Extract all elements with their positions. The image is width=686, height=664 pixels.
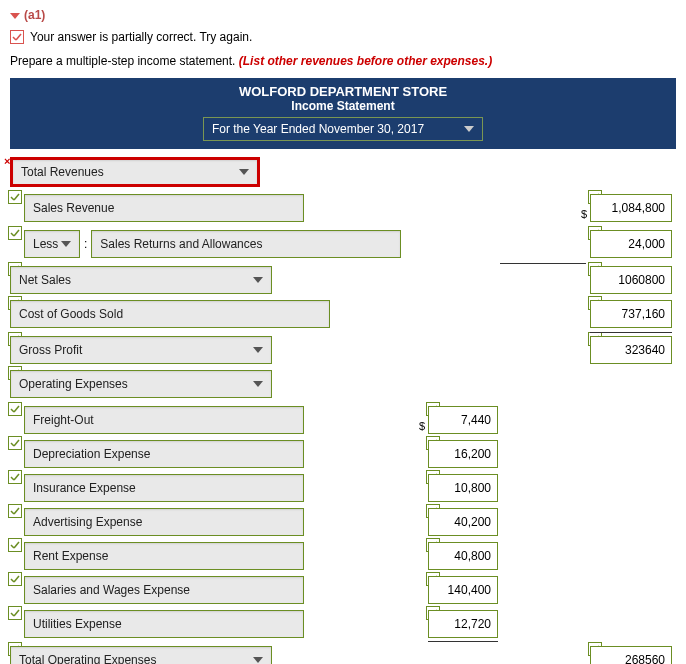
less-select[interactable]: Less [24,230,80,258]
gross-profit-label: Gross Profit [19,343,82,357]
statement-header: WOLFORD DEPARTMENT STORE Income Statemen… [10,78,676,149]
sales-returns-input[interactable]: Sales Returns and Allowances [91,230,401,258]
operating-expenses-select[interactable]: Operating Expenses [10,370,272,398]
check-icon [8,470,22,484]
gross-profit-value[interactable]: 323640 [590,336,672,364]
freight-out-value[interactable]: 7,440 [428,406,498,434]
total-revenues-select[interactable]: Total Revenues [10,157,260,187]
gross-profit-select[interactable]: Gross Profit [10,336,272,364]
insurance-value[interactable]: 10,800 [428,474,498,502]
sales-returns-label: Sales Returns and Allowances [100,237,262,251]
cogs-input[interactable]: Cost of Goods Sold [10,300,330,328]
check-icon [8,226,22,240]
colon: : [80,237,91,251]
svg-line-3 [14,194,19,200]
svg-line-49 [14,610,19,616]
svg-line-29 [14,440,19,446]
sales-revenue-label: Sales Revenue [33,201,114,215]
svg-line-33 [14,474,19,480]
check-icon [8,606,22,620]
salaries-input[interactable]: Salaries and Wages Expense [24,576,304,604]
period-select[interactable]: For the Year Ended November 30, 2017 [203,117,483,141]
svg-line-41 [14,542,19,548]
income-statement-form: × Total Revenues Sales Revenue $ 1,084,8… [0,149,686,664]
collapse-icon [10,13,20,19]
operating-expenses-label: Operating Expenses [19,377,128,391]
total-operating-select[interactable]: Total Operating Expenses [10,646,272,664]
check-icon [8,402,22,416]
feedback-text: Your answer is partially correct. Try ag… [30,30,252,44]
utilities-value[interactable]: 12,720 [428,610,498,638]
total-operating-value[interactable]: 268560 [590,646,672,664]
instruction-text: Prepare a multiple-step income statement… [10,54,235,68]
svg-line-1 [16,34,21,40]
check-icon [8,436,22,450]
instruction: Prepare a multiple-step income statement… [0,54,686,78]
less-label: Less [33,237,58,251]
feedback-banner: Your answer is partially correct. Try ag… [0,26,686,54]
sales-revenue-value[interactable]: 1,084,800 [590,194,672,222]
rent-input[interactable]: Rent Expense [24,542,304,570]
net-sales-select[interactable]: Net Sales [10,266,272,294]
section-label: (a1) [24,8,45,22]
sales-revenue-input[interactable]: Sales Revenue [24,194,304,222]
dollar-sign: $ [581,208,587,220]
check-icon [8,504,22,518]
insurance-input[interactable]: Insurance Expense [24,474,304,502]
instruction-note: (List other revenues before other expens… [239,54,492,68]
svg-line-7 [14,230,19,236]
svg-line-37 [14,508,19,514]
sales-returns-value[interactable]: 24,000 [590,230,672,258]
net-sales-label: Net Sales [19,273,71,287]
total-operating-label: Total Operating Expenses [19,653,156,664]
cogs-value[interactable]: 737,160 [590,300,672,328]
advertising-value[interactable]: 40,200 [428,508,498,536]
chevron-down-icon [464,126,474,132]
rent-value[interactable]: 40,800 [428,542,498,570]
dollar-sign: $ [419,420,425,432]
advertising-input[interactable]: Advertising Expense [24,508,304,536]
cogs-label: Cost of Goods Sold [19,307,123,321]
company-name: WOLFORD DEPARTMENT STORE [10,84,676,99]
period-value: For the Year Ended November 30, 2017 [212,122,424,136]
statement-title: Income Statement [10,99,676,113]
salaries-value[interactable]: 140,400 [428,576,498,604]
freight-out-input[interactable]: Freight-Out [24,406,304,434]
net-sales-value[interactable]: 1060800 [590,266,672,294]
depreciation-value[interactable]: 16,200 [428,440,498,468]
section-header[interactable]: (a1) [0,0,686,26]
check-icon [8,190,22,204]
svg-line-45 [14,576,19,582]
depreciation-input[interactable]: Depreciation Expense [24,440,304,468]
svg-line-25 [14,406,19,412]
total-revenues-label: Total Revenues [21,165,104,179]
partial-correct-icon [10,30,24,44]
utilities-input[interactable]: Utilities Expense [24,610,304,638]
check-icon [8,538,22,552]
check-icon [8,572,22,586]
